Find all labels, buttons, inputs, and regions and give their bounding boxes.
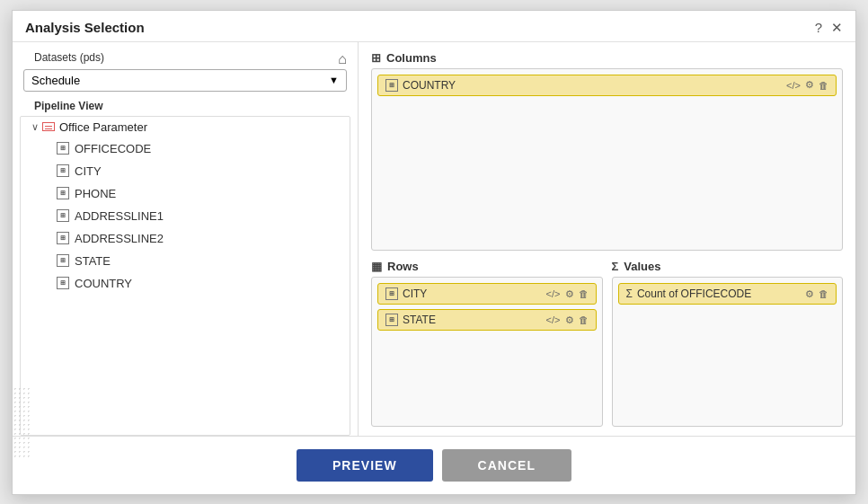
tree-item-label: CITY bbox=[75, 164, 102, 178]
chip-label: STATE bbox=[403, 314, 436, 326]
decorative-dots bbox=[13, 386, 31, 436]
chip-label: CITY bbox=[403, 287, 427, 300]
chip-label: Count of OFFICECODE bbox=[637, 287, 751, 300]
chip-sigma-icon: Σ bbox=[626, 287, 633, 300]
tree-item-label: ADDRESSLINE2 bbox=[75, 232, 164, 245]
values-section-header: Σ Values bbox=[612, 260, 844, 273]
chip-actions: </> ⚙ 🗑 bbox=[786, 79, 828, 91]
tree-item-label: ADDRESSLINE1 bbox=[75, 209, 164, 223]
header-icons: ? ✕ bbox=[815, 20, 843, 36]
list-item[interactable]: ⊞ PHONE bbox=[57, 182, 350, 205]
gear-icon[interactable]: ⚙ bbox=[565, 288, 574, 300]
gear-icon[interactable]: ⚙ bbox=[805, 288, 814, 300]
tree-children: ⊞ OFFICECODE ⊞ CITY ⊞ PHONE ⊞ ADDRESSLIN… bbox=[31, 137, 350, 295]
tree-item-label: COUNTRY bbox=[75, 277, 132, 290]
tree-item-label: PHONE bbox=[75, 187, 116, 200]
list-item[interactable]: ⊞ OFFICECODE bbox=[57, 137, 350, 160]
tree-parent-item[interactable]: ∨ Office Parameter bbox=[31, 117, 350, 137]
chip-col-icon: ⊞ bbox=[385, 314, 398, 326]
values-section: Σ Values Σ Count of OFFICECODE ⚙ 🗑 bbox=[612, 260, 844, 426]
column-chip-country: ⊞ COUNTRY </> ⚙ 🗑 bbox=[377, 75, 837, 96]
chip-col-icon: ⊞ bbox=[385, 79, 398, 92]
analysis-selection-dialog: Analysis Selection ? ✕ Datasets (pds) ⌂ … bbox=[12, 10, 856, 495]
column-icon: ⊞ bbox=[57, 277, 69, 289]
home-icon[interactable]: ⌂ bbox=[338, 51, 347, 67]
columns-section-header: ⊞ Columns bbox=[371, 51, 843, 65]
dropdown-row: Schedule ▼ bbox=[23, 69, 347, 92]
list-item[interactable]: ⊞ CITY bbox=[57, 160, 350, 182]
list-item[interactable]: ⊞ COUNTRY bbox=[57, 272, 350, 295]
rows-icon: ▦ bbox=[371, 260, 382, 273]
code-icon[interactable]: </> bbox=[546, 314, 561, 325]
delete-icon[interactable]: 🗑 bbox=[579, 314, 589, 325]
value-chip-officecode-count: Σ Count of OFFICECODE ⚙ 🗑 bbox=[618, 283, 837, 305]
values-label: Values bbox=[624, 260, 660, 273]
dialog-header: Analysis Selection ? ✕ bbox=[13, 11, 855, 42]
columns-drop-zone[interactable]: ⊞ COUNTRY </> ⚙ 🗑 bbox=[371, 68, 843, 252]
chip-col-icon: ⊞ bbox=[385, 287, 398, 300]
column-icon: ⊞ bbox=[57, 187, 69, 199]
right-panel: ⊞ Columns ⊞ COUNTRY </> ⚙ 🗑 bbox=[359, 42, 855, 436]
list-item[interactable]: ⊞ STATE bbox=[57, 250, 350, 272]
tree-chevron-icon: ∨ bbox=[31, 121, 39, 133]
column-icon: ⊞ bbox=[57, 209, 69, 222]
code-icon[interactable]: </> bbox=[546, 288, 561, 299]
dialog-footer: PREVIEW CANCEL bbox=[13, 436, 855, 494]
delete-icon[interactable]: 🗑 bbox=[819, 80, 828, 91]
chip-left: Σ Count of OFFICECODE bbox=[626, 287, 752, 300]
rows-label: Rows bbox=[387, 260, 419, 273]
preview-button[interactable]: PREVIEW bbox=[297, 449, 433, 482]
rows-section-header: ▦ Rows bbox=[371, 260, 603, 273]
datasets-label: Datasets (pds) bbox=[23, 51, 115, 67]
chip-actions: </> ⚙ 🗑 bbox=[546, 314, 589, 326]
column-icon: ⊞ bbox=[57, 164, 69, 177]
tree-item-label: OFFICECODE bbox=[75, 142, 151, 155]
row-chip-state: ⊞ STATE </> ⚙ 🗑 bbox=[377, 309, 597, 331]
dialog-body: Datasets (pds) ⌂ Schedule ▼ Pipeline Vie… bbox=[13, 42, 855, 436]
column-icon: ⊞ bbox=[57, 232, 69, 244]
chip-actions: </> ⚙ 🗑 bbox=[546, 288, 589, 300]
rows-drop-zone[interactable]: ⊞ CITY </> ⚙ 🗑 ⊞ bbox=[371, 277, 603, 426]
code-icon[interactable]: </> bbox=[786, 80, 801, 91]
chip-left: ⊞ CITY bbox=[385, 287, 427, 300]
column-icon: ⊞ bbox=[57, 254, 69, 267]
dialog-title: Analysis Selection bbox=[25, 20, 145, 35]
values-drop-zone[interactable]: Σ Count of OFFICECODE ⚙ 🗑 bbox=[612, 277, 844, 426]
list-item[interactable]: ⊞ ADDRESSLINE2 bbox=[57, 227, 350, 250]
row-chip-city: ⊞ CITY </> ⚙ 🗑 bbox=[377, 283, 597, 305]
cancel-button[interactable]: CANCEL bbox=[442, 449, 571, 482]
chip-left: ⊞ COUNTRY bbox=[385, 79, 456, 92]
chip-label: COUNTRY bbox=[403, 79, 456, 92]
dropdown-chevron-icon: ▼ bbox=[329, 75, 339, 85]
gear-icon[interactable]: ⚙ bbox=[805, 79, 814, 91]
delete-icon[interactable]: 🗑 bbox=[579, 288, 589, 299]
columns-section: ⊞ Columns ⊞ COUNTRY </> ⚙ 🗑 bbox=[371, 51, 843, 252]
left-panel: Datasets (pds) ⌂ Schedule ▼ Pipeline Vie… bbox=[13, 42, 359, 436]
tree-item-label: STATE bbox=[75, 254, 111, 268]
chip-actions: ⚙ 🗑 bbox=[805, 288, 828, 300]
dropdown-value: Schedule bbox=[31, 74, 80, 87]
list-item[interactable]: ⊞ ADDRESSLINE1 bbox=[57, 205, 350, 227]
gear-icon[interactable]: ⚙ bbox=[565, 314, 574, 326]
delete-icon[interactable]: 🗑 bbox=[819, 288, 828, 299]
sigma-icon: Σ bbox=[612, 260, 619, 273]
bottom-sections: ▦ Rows ⊞ CITY </> ⚙ 🗑 bbox=[371, 260, 843, 426]
parameter-icon bbox=[42, 122, 55, 131]
tree-section: ∨ Office Parameter ⊞ OFFICECODE ⊞ CITY ⊞ bbox=[20, 116, 350, 436]
help-icon[interactable]: ? bbox=[815, 20, 822, 35]
chip-left: ⊞ STATE bbox=[385, 314, 436, 326]
columns-icon: ⊞ bbox=[371, 51, 381, 65]
column-icon: ⊞ bbox=[57, 142, 69, 155]
columns-label: Columns bbox=[386, 51, 437, 65]
tree-parent-label: Office Parameter bbox=[59, 120, 147, 134]
rows-section: ▦ Rows ⊞ CITY </> ⚙ 🗑 bbox=[371, 260, 603, 426]
pipeline-view-label: Pipeline View bbox=[23, 100, 113, 118]
close-icon[interactable]: ✕ bbox=[831, 20, 843, 36]
dataset-dropdown[interactable]: Schedule ▼ bbox=[23, 69, 347, 92]
